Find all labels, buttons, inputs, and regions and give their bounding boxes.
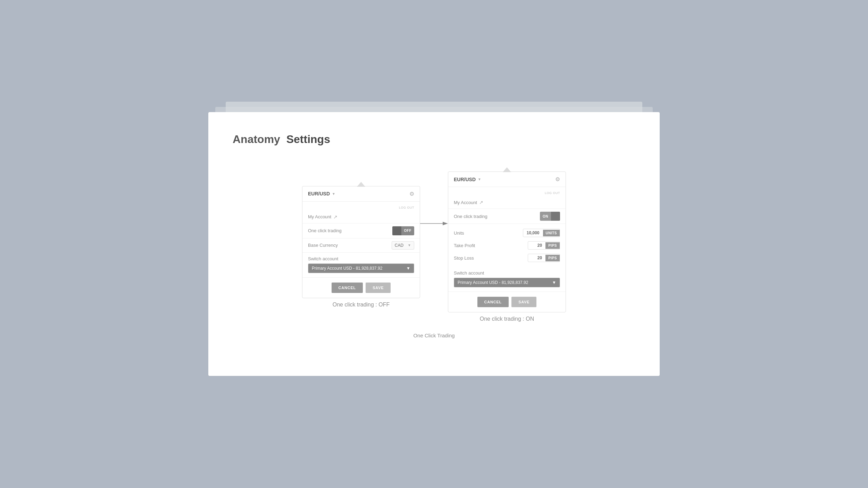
left-currency-value: CAD	[395, 243, 403, 248]
left-account-icon: ↗	[333, 214, 337, 220]
right-save-button[interactable]: SAVE	[511, 297, 536, 307]
left-button-row: CANCEL SAVE	[302, 278, 420, 298]
panels-container: EUR/USD ▼ ⚙ LOG OUT My Account ↗	[233, 167, 635, 322]
left-currency-label: Base Currency	[308, 243, 338, 248]
right-my-account-label: My Account	[454, 200, 477, 205]
take-profit-label: Take Profit	[454, 243, 475, 248]
left-gear-icon[interactable]: ⚙	[409, 191, 414, 197]
right-toggle-label: ON	[540, 214, 551, 218]
right-oct-row: One click trading ON	[448, 209, 566, 224]
connect-arrow	[420, 220, 448, 227]
left-my-account-link[interactable]: My Account ↗	[308, 214, 337, 220]
left-panel-caption: One click trading : OFF	[333, 302, 390, 308]
left-toggle[interactable]: OFF	[392, 226, 415, 235]
units-input[interactable]: 10,000 UNITS	[523, 229, 560, 237]
take-profit-value: 20	[528, 242, 545, 249]
right-panel-column: EUR/USD ▼ ⚙ LOG OUT My Account ↗	[448, 167, 566, 322]
stop-loss-unit: PIPS	[545, 255, 560, 261]
stop-loss-row: Stop Loss 20 PIPS	[448, 252, 566, 264]
page-footer: One Click Trading	[233, 322, 635, 339]
left-oct-label: One click trading	[308, 228, 342, 233]
oct-fields: Units 10,000 UNITS Take Profit 20 PIPS	[448, 224, 566, 267]
stop-loss-label: Stop Loss	[454, 255, 474, 261]
page-title: Anatomy Settings	[233, 133, 635, 146]
left-logout-text[interactable]: LOG OUT	[399, 206, 414, 209]
right-logout-row: LOG OUT	[448, 187, 566, 196]
units-value: 10,000	[523, 229, 543, 237]
take-profit-input[interactable]: 20 PIPS	[528, 241, 560, 250]
left-account-dropdown[interactable]: Primary Account USD - 81,928,837.92 ▼	[308, 263, 414, 273]
right-my-account-link[interactable]: My Account ↗	[454, 200, 483, 205]
main-card: Anatomy Settings EUR/USD ▼ ⚙	[208, 112, 660, 376]
symbol-caret-icon: ▼	[332, 192, 335, 196]
right-my-account-row: My Account ↗	[448, 196, 566, 209]
left-panel-symbol: EUR/USD ▼	[308, 191, 335, 196]
take-profit-row: Take Profit 20 PIPS	[448, 239, 566, 252]
left-toggle-off[interactable]: OFF	[392, 226, 415, 235]
take-profit-unit: PIPS	[545, 242, 560, 249]
right-account-dropdown-value: Primary Account USD - 81,928,837.92	[458, 280, 528, 285]
right-account-dropdown-caret: ▼	[552, 280, 556, 285]
left-panel-caret	[357, 182, 365, 187]
stop-loss-value: 20	[528, 254, 545, 262]
left-account-dropdown-value: Primary Account USD - 81,928,837.92	[312, 266, 382, 271]
left-cancel-button[interactable]: CANCEL	[332, 283, 363, 293]
left-currency-select[interactable]: CAD ▼	[392, 241, 414, 250]
right-panel-caret	[503, 167, 511, 172]
right-account-icon: ↗	[479, 200, 483, 205]
right-symbol-caret-icon: ▼	[478, 177, 481, 181]
right-gear-icon[interactable]: ⚙	[555, 176, 560, 183]
left-currency-row: Base Currency CAD ▼	[302, 238, 420, 253]
right-settings-panel: EUR/USD ▼ ⚙ LOG OUT My Account ↗	[448, 171, 566, 312]
units-label: Units	[454, 230, 464, 236]
left-switch-account-section: Switch account Primary Account USD - 81,…	[302, 253, 420, 278]
left-switch-account-label: Switch account	[308, 256, 414, 261]
stop-loss-input[interactable]: 20 PIPS	[528, 254, 560, 262]
right-panel-symbol: EUR/USD ▼	[454, 177, 481, 182]
right-panel-caption: One click trading : ON	[480, 316, 534, 322]
right-switch-account-label: Switch account	[454, 270, 560, 276]
right-oct-label: One click trading	[454, 214, 487, 219]
right-panel-header: EUR/USD ▼ ⚙	[448, 172, 566, 187]
right-button-row: CANCEL SAVE	[448, 292, 566, 312]
title-light: Anatomy	[233, 133, 280, 145]
left-oct-row: One click trading OFF	[302, 224, 420, 238]
left-my-account-label: My Account	[308, 214, 331, 219]
left-save-button[interactable]: SAVE	[366, 283, 391, 293]
left-logout-row: LOG OUT	[302, 202, 420, 211]
units-row: Units 10,000 UNITS	[448, 227, 566, 239]
title-bold: Settings	[286, 133, 330, 145]
left-panel-column: EUR/USD ▼ ⚙ LOG OUT My Account ↗	[302, 181, 420, 308]
right-account-dropdown[interactable]: Primary Account USD - 81,928,837.92 ▼	[454, 278, 560, 287]
left-account-dropdown-caret: ▼	[406, 266, 410, 271]
svg-marker-1	[443, 222, 448, 225]
right-toggle-thumb	[551, 212, 560, 221]
right-cancel-button[interactable]: CANCEL	[477, 297, 509, 307]
left-my-account-row: My Account ↗	[302, 211, 420, 224]
units-unit: UNITS	[543, 230, 560, 236]
left-toggle-label: OFF	[401, 229, 415, 233]
left-panel-header: EUR/USD ▼ ⚙	[302, 186, 420, 202]
left-toggle-thumb	[392, 226, 401, 235]
right-toggle-on[interactable]: ON	[540, 212, 560, 221]
left-settings-panel: EUR/USD ▼ ⚙ LOG OUT My Account ↗	[302, 186, 420, 298]
left-currency-caret-icon: ▼	[408, 243, 411, 247]
footer-text: One Click Trading	[413, 333, 454, 338]
right-switch-account-section: Switch account Primary Account USD - 81,…	[448, 267, 566, 292]
right-logout-text[interactable]: LOG OUT	[545, 191, 560, 195]
right-toggle[interactable]: ON	[540, 212, 560, 221]
